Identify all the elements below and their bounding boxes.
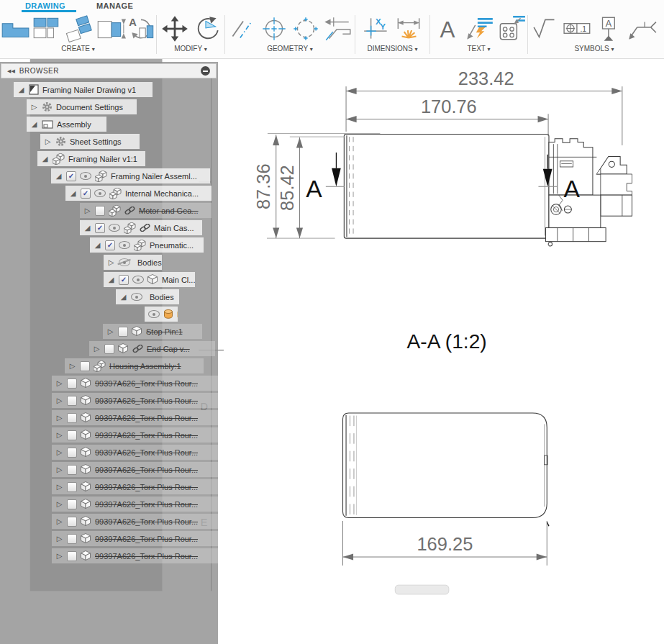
- selection-checkbox[interactable]: [67, 448, 77, 458]
- toolbar-group-label-symbols[interactable]: SYMBOLS ▾: [574, 45, 614, 53]
- collapse-node-icon[interactable]: ◢: [83, 225, 91, 232]
- tab-drawing[interactable]: DRAWING: [25, 1, 65, 10]
- tree-row[interactable]: ◢✓Main Cl...: [104, 272, 195, 287]
- section-view-icon[interactable]: [94, 15, 126, 42]
- selection-checkbox[interactable]: [67, 396, 77, 406]
- tree-row[interactable]: ◢Framing Nailer v1:1: [37, 151, 145, 166]
- rotate-icon[interactable]: [191, 15, 222, 42]
- feature-control-frame-icon[interactable]: .1: [563, 15, 594, 42]
- collapse-node-icon[interactable]: ◢: [107, 276, 115, 284]
- expand-node-icon[interactable]: ▷: [55, 380, 63, 387]
- tree-item-label[interactable]: Assembly: [57, 120, 91, 129]
- base-view-icon[interactable]: [0, 15, 31, 42]
- centerline-icon[interactable]: [227, 15, 258, 42]
- tab-manage[interactable]: MANAGE: [96, 1, 133, 10]
- move-icon[interactable]: [159, 15, 191, 42]
- tree-item-label[interactable]: Bodies: [150, 293, 174, 301]
- expand-node-icon[interactable]: ▷: [30, 104, 38, 111]
- toolbar-group-label-modify[interactable]: MODIFY ▾: [174, 45, 207, 53]
- expand-node-icon[interactable]: ▷: [68, 363, 76, 370]
- collapse-node-icon[interactable]: ◢: [69, 190, 77, 197]
- selection-checkbox[interactable]: ✓: [119, 275, 129, 285]
- tree-row[interactable]: ◢Framing Nailer Drawing v1: [14, 82, 153, 97]
- tree-row[interactable]: ▷Stop Pin:1: [103, 324, 202, 339]
- bolt-pattern-icon[interactable]: [290, 15, 322, 42]
- tree-row[interactable]: ▷Bodies: [104, 255, 162, 270]
- tree-item-label[interactable]: Framing Nailer Drawing v1: [42, 86, 136, 94]
- section-line-left[interactable]: A: [306, 153, 345, 202]
- section-view[interactable]: [343, 413, 549, 526]
- tree-row[interactable]: ◢✓Framing Nailer Asseml...: [51, 168, 210, 183]
- toolbar-group-label-geometry[interactable]: GEOMETRY ▾: [267, 45, 313, 53]
- tree-row[interactable]: ▷99397A626_Torx Plus Rour...: [52, 548, 218, 563]
- collapse-node-icon[interactable]: ◢: [119, 294, 127, 301]
- tree-row[interactable]: Main...: [145, 307, 178, 322]
- selection-checkbox[interactable]: [67, 482, 77, 492]
- dimension-section-width[interactable]: 169.25: [343, 521, 547, 566]
- tree-item-label[interactable]: 99397A626_Torx Plus Rour...: [95, 448, 198, 457]
- expand-node-icon[interactable]: ▷: [83, 207, 91, 214]
- expand-node-icon[interactable]: ▷: [55, 518, 63, 525]
- selection-checkbox[interactable]: [80, 361, 90, 371]
- leader-text-icon[interactable]: [463, 15, 495, 42]
- linear-dimension-icon[interactable]: [393, 15, 424, 42]
- collapse-node-icon[interactable]: ◢: [94, 242, 101, 249]
- dimension-inner-height[interactable]: 85.42: [277, 137, 303, 238]
- expand-node-icon[interactable]: ▷: [106, 328, 114, 335]
- selection-checkbox[interactable]: ✓: [81, 189, 91, 199]
- surface-finish-icon[interactable]: [531, 15, 563, 42]
- tree-item-label[interactable]: 99397A626_Torx Plus Rour...: [95, 517, 198, 526]
- minimize-panel-button[interactable]: [201, 66, 210, 76]
- selection-checkbox[interactable]: [67, 551, 77, 561]
- tree-item-label[interactable]: 99397A626_Torx Plus Rour...: [95, 396, 198, 405]
- expand-node-icon[interactable]: ▷: [107, 259, 115, 266]
- tree-item-label[interactable]: 99397A626_Torx Plus Rour...: [95, 414, 198, 422]
- selection-checkbox[interactable]: ✓: [105, 240, 115, 250]
- tree-row[interactable]: ▷99397A626_Torx Plus Rour...: [52, 496, 218, 512]
- projected-view-icon[interactable]: [31, 15, 63, 42]
- visibility-eye-icon[interactable]: [131, 293, 142, 301]
- tree-row[interactable]: ▷99397A626_Torx Plus Rour...: [52, 427, 218, 443]
- expand-node-icon[interactable]: ▷: [55, 501, 63, 508]
- tree-row[interactable]: ▷Housing Assembly:1: [65, 358, 204, 373]
- expand-node-icon[interactable]: ▷: [55, 397, 63, 404]
- selection-checkbox[interactable]: [67, 413, 77, 423]
- selection-checkbox[interactable]: [67, 517, 77, 527]
- tree-row[interactable]: ▷99397A626_Torx Plus Rour...: [52, 462, 218, 477]
- tree-row[interactable]: ◢Bodies: [116, 289, 179, 304]
- expand-node-icon[interactable]: ▷: [93, 345, 101, 353]
- tree-row[interactable]: ▷99397A626_Torx Plus Rour...: [52, 376, 218, 391]
- tree-item-label[interactable]: 99397A626_Torx Plus Rour...: [95, 431, 198, 440]
- tree-item-label[interactable]: 99397A626_Torx Plus Rour...: [95, 483, 198, 491]
- section-view-label[interactable]: A-A (1:2): [406, 330, 486, 353]
- expand-node-icon[interactable]: ▷: [55, 414, 63, 422]
- note-table-icon[interactable]: [495, 15, 527, 42]
- visibility-eye-icon[interactable]: [119, 241, 130, 249]
- expand-node-icon[interactable]: ▷: [44, 138, 52, 145]
- tree-item-label[interactable]: Bodies: [137, 258, 162, 267]
- expand-node-icon[interactable]: ▷: [55, 535, 63, 543]
- selection-checkbox[interactable]: [67, 534, 77, 544]
- top-view[interactable]: [344, 135, 549, 239]
- toolbar-group-label-dimensions[interactable]: DIMENSIONS ▾: [367, 45, 417, 53]
- tree-row[interactable]: ◢✓Internal Mechanica...: [65, 186, 212, 201]
- ordinate-dimension-icon[interactable]: XY: [361, 15, 393, 42]
- tree-item-label[interactable]: Document Settings: [56, 103, 123, 112]
- tree-item-label[interactable]: End Cap v...: [147, 345, 190, 353]
- tree-item-label[interactable]: 99397A626_Torx Plus Rour...: [95, 535, 198, 543]
- tree-item-label[interactable]: Main Cas...: [154, 224, 194, 232]
- tree-row[interactable]: ▷99397A626_Torx Plus Rour...: [52, 514, 218, 529]
- toolbar-group-label-text[interactable]: TEXT ▾: [467, 45, 490, 53]
- collapse-node-icon[interactable]: ◢: [30, 121, 38, 128]
- tree-row[interactable]: ◢Assembly: [27, 117, 106, 132]
- collapse-node-icon[interactable]: ◢: [17, 86, 25, 94]
- visibility-eye-icon[interactable]: [94, 189, 106, 197]
- tree-item-label[interactable]: 99397A626_Torx Plus Rour...: [95, 500, 198, 509]
- tree-row[interactable]: ◢✓Main Cas...: [80, 220, 202, 235]
- tree-row[interactable]: ▷99397A626_Torx Plus Rour...: [52, 479, 218, 494]
- selection-checkbox[interactable]: [95, 206, 105, 216]
- center-mark-icon[interactable]: [258, 15, 290, 42]
- tree-row[interactable]: ▷End Cap v...: [89, 341, 215, 356]
- datum-identifier-icon[interactable]: A: [594, 15, 626, 42]
- top-view-mechanism[interactable]: [545, 139, 632, 246]
